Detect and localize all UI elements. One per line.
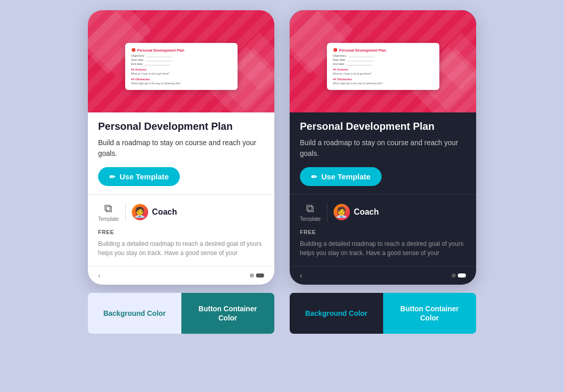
doc-enddate-light: End date: bbox=[131, 62, 231, 65]
doc-actions-title-dark: ## Actions bbox=[333, 68, 433, 71]
dark-color-labels: Background Color Button Container Color bbox=[290, 293, 476, 334]
doc-objectives-dark: Objectives: bbox=[333, 54, 433, 57]
nav-dot-2-light bbox=[256, 273, 264, 278]
doc-preview-light: 🔴 Personal Development Plan Objectives: … bbox=[125, 43, 238, 90]
nav-dot-1-dark bbox=[452, 273, 456, 278]
dark-bg-color-label: Background Color bbox=[290, 293, 383, 334]
dark-button-color-label: Button Container Color bbox=[383, 293, 477, 334]
use-template-button-light[interactable]: ✏ Use Template bbox=[98, 167, 180, 186]
card-title-light: Personal Development Plan bbox=[98, 121, 264, 132]
nav-arrow-left-dark[interactable]: ‹ bbox=[300, 271, 302, 280]
meta-separator-light bbox=[125, 203, 126, 221]
bottom-color-labels-row: Background Color Button Container Color … bbox=[10, 293, 554, 334]
card-body-light: Personal Development Plan Build a roadma… bbox=[88, 112, 274, 266]
coach-name-light: Coach bbox=[152, 207, 177, 217]
template-icon-wrap-dark: ⧉ Template bbox=[300, 202, 321, 222]
card-body-dark: Personal Development Plan Build a roadma… bbox=[290, 112, 476, 266]
card-nav-light: ‹ bbox=[88, 266, 274, 285]
coach-name-dark: Coach bbox=[354, 207, 379, 217]
doc-actions-body-light: What do I have to do to get there? bbox=[131, 72, 231, 75]
template-icon-dark: ⧉ bbox=[306, 202, 314, 215]
coach-wrap-light: 🧑‍💼 Coach bbox=[132, 204, 177, 220]
card-long-desc-dark: Building a detailed roadmap to reach a d… bbox=[300, 239, 466, 258]
light-bg-color-text: Background Color bbox=[103, 309, 166, 318]
light-button-color-text: Button Container Color bbox=[190, 304, 267, 322]
card-long-desc-light: Building a detailed roadmap to reach a d… bbox=[98, 239, 264, 258]
dark-bg-color-text: Background Color bbox=[305, 309, 367, 318]
doc-startdate-light: Start date: bbox=[131, 58, 231, 61]
preview-area-dark: 🔴 Personal Development Plan Objectives: … bbox=[290, 10, 476, 112]
nav-dot-2-dark bbox=[458, 273, 466, 278]
doc-actions-body-dark: What do I have to do to get there? bbox=[333, 72, 433, 75]
meta-row-dark: ⧉ Template 🧑‍💼 Coach bbox=[300, 202, 466, 222]
meta-row-light: ⧉ Template 🧑‍💼 Coach bbox=[98, 202, 264, 222]
free-badge-light: FREE bbox=[98, 229, 264, 235]
card-description-dark: Build a roadmap to stay on course and re… bbox=[300, 137, 466, 159]
coach-avatar-light: 🧑‍💼 bbox=[132, 204, 148, 220]
coach-avatar-dark: 🧑‍💼 bbox=[334, 204, 350, 220]
template-label-dark: Template bbox=[300, 216, 321, 222]
dark-button-color-text: Button Container Color bbox=[391, 304, 468, 322]
light-bg-color-label: Background Color bbox=[88, 293, 181, 334]
doc-title-light: 🔴 Personal Development Plan bbox=[131, 48, 231, 52]
doc-preview-dark: 🔴 Personal Development Plan Objectives: … bbox=[327, 43, 439, 90]
light-button-color-label: Button Container Color bbox=[181, 293, 275, 334]
divider-light bbox=[88, 194, 274, 195]
meta-separator-dark bbox=[327, 203, 327, 221]
card-nav-dark: ‹ bbox=[290, 266, 476, 285]
doc-obstacles-title-light: ## Obstacles bbox=[131, 78, 231, 81]
doc-actions-title-light: ## Actions bbox=[131, 68, 231, 71]
use-template-button-dark[interactable]: ✏ Use Template bbox=[300, 167, 382, 186]
card-title-dark: Personal Development Plan bbox=[300, 121, 466, 132]
template-icon-light: ⧉ bbox=[104, 202, 112, 215]
divider-dark bbox=[290, 194, 476, 195]
nav-dots-dark bbox=[452, 273, 466, 278]
template-label-light: Template bbox=[98, 216, 119, 222]
cards-container: 🔴 Personal Development Plan Objectives: … bbox=[10, 10, 554, 285]
pencil-icon-light: ✏ bbox=[109, 173, 115, 181]
doc-obstacles-body-light: What might get in the way of achieving t… bbox=[131, 82, 231, 85]
nav-dot-1-light bbox=[250, 273, 254, 278]
nav-arrow-left-light[interactable]: ‹ bbox=[98, 271, 101, 280]
card-description-light: Build a roadmap to stay on course and re… bbox=[98, 137, 264, 159]
doc-title-dark: 🔴 Personal Development Plan bbox=[333, 48, 433, 52]
light-theme-card: 🔴 Personal Development Plan Objectives: … bbox=[88, 10, 274, 285]
template-icon-wrap-light: ⧉ Template bbox=[98, 202, 119, 222]
preview-area-light: 🔴 Personal Development Plan Objectives: … bbox=[88, 10, 274, 112]
doc-objectives-light: Objectives: bbox=[131, 54, 231, 57]
doc-obstacles-body-dark: What might get in the way of achieving t… bbox=[333, 82, 433, 85]
nav-dots-light bbox=[250, 273, 264, 278]
doc-enddate-dark: End date: bbox=[333, 62, 433, 65]
coach-wrap-dark: 🧑‍💼 Coach bbox=[334, 204, 379, 220]
pencil-icon-dark: ✏ bbox=[311, 173, 317, 181]
light-color-labels: Background Color Button Container Color bbox=[88, 293, 274, 334]
dark-theme-card: 🔴 Personal Development Plan Objectives: … bbox=[290, 10, 476, 285]
doc-startdate-dark: Start date: bbox=[333, 58, 433, 61]
free-badge-dark: FREE bbox=[300, 229, 466, 235]
doc-obstacles-title-dark: ## Obstacles bbox=[333, 78, 433, 81]
